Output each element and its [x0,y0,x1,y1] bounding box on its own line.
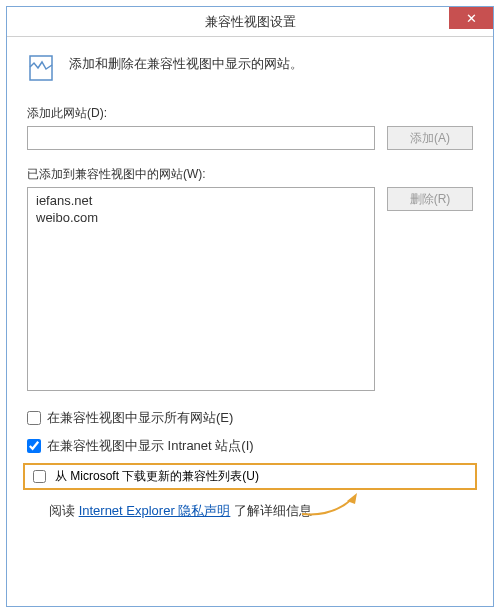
list-item[interactable]: weibo.com [36,209,366,226]
add-button[interactable]: 添加(A) [387,126,473,150]
dialog-content: 添加和删除在兼容性视图中显示的网站。 添加此网站(D): 添加(A) 已添加到兼… [7,37,493,606]
checkbox-display-intranet-label: 在兼容性视图中显示 Intranet 站点(I) [47,437,254,455]
remove-button[interactable]: 删除(R) [387,187,473,211]
checkbox-group: 在兼容性视图中显示所有网站(E) 在兼容性视图中显示 Intranet 站点(I… [27,407,473,520]
close-button[interactable]: ✕ [449,7,493,29]
footer-prefix: 阅读 [49,503,79,518]
torn-page-icon [27,53,57,83]
window-title: 兼容性视图设置 [205,13,296,31]
sites-list-row: iefans.net weibo.com 删除(R) [27,187,473,391]
header-row: 添加和删除在兼容性视图中显示的网站。 [27,53,473,83]
add-site-input[interactable] [27,126,375,150]
privacy-statement-link[interactable]: Internet Explorer 隐私声明 [79,503,231,518]
header-description: 添加和删除在兼容性视图中显示的网站。 [69,53,303,73]
sites-listbox[interactable]: iefans.net weibo.com [27,187,375,391]
close-icon: ✕ [466,11,477,26]
list-buttons-col: 删除(R) [387,187,473,391]
checkbox-display-all-input[interactable] [27,411,41,425]
add-site-row: 添加(A) [27,126,473,150]
checkbox-download-list-input[interactable] [33,470,46,483]
list-item[interactable]: iefans.net [36,192,366,209]
checkbox-display-intranet[interactable]: 在兼容性视图中显示 Intranet 站点(I) [27,435,473,457]
checkbox-display-all[interactable]: 在兼容性视图中显示所有网站(E) [27,407,473,429]
titlebar: 兼容性视图设置 ✕ [7,7,493,37]
checkbox-display-all-label: 在兼容性视图中显示所有网站(E) [47,409,233,427]
footer-suffix: 了解详细信息 [230,503,312,518]
add-site-label: 添加此网站(D): [27,105,473,122]
checkbox-download-list-highlight: 从 Microsoft 下载更新的兼容性列表(U) [23,463,477,490]
footer-text: 阅读 Internet Explorer 隐私声明 了解详细信息 [27,502,473,520]
checkbox-download-list-label: 从 Microsoft 下载更新的兼容性列表(U) [55,468,259,485]
dialog-window: 兼容性视图设置 ✕ 添加和删除在兼容性视图中显示的网站。 添加此网站(D): 添… [6,6,494,607]
sites-list-label: 已添加到兼容性视图中的网站(W): [27,166,473,183]
checkbox-display-intranet-input[interactable] [27,439,41,453]
svg-marker-1 [347,493,357,504]
